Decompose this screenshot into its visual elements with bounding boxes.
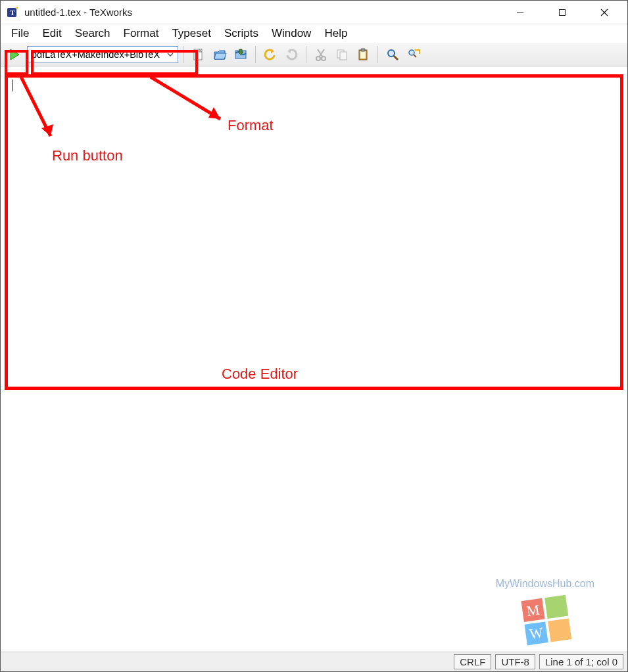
- svg-point-15: [316, 57, 320, 60]
- svg-rect-32: [544, 595, 568, 619]
- cut-button[interactable]: [312, 45, 330, 64]
- minimize-button[interactable]: [505, 2, 535, 23]
- separator: [306, 46, 306, 63]
- svg-text:T: T: [10, 9, 15, 16]
- menu-format[interactable]: Format: [117, 26, 166, 41]
- chevron-down-icon: [167, 49, 174, 60]
- watermark: MyWindowsHub.com M W: [496, 578, 594, 645]
- format-combobox[interactable]: pdfLaTeX+MakeIndex+BibTeX: [27, 46, 178, 63]
- status-encoding[interactable]: UTF-8: [495, 654, 535, 669]
- new-file-button[interactable]: [189, 45, 208, 64]
- format-selected-value: pdfLaTeX+MakeIndex+BibTeX: [32, 49, 160, 60]
- svg-text:M: M: [525, 602, 541, 619]
- svg-rect-21: [361, 49, 365, 51]
- svg-point-24: [409, 50, 414, 55]
- menu-search[interactable]: Search: [68, 26, 117, 41]
- watermark-text: MyWindowsHub.com: [496, 578, 594, 590]
- menu-scripts[interactable]: Scripts: [218, 26, 265, 41]
- svg-text:W: W: [528, 624, 544, 642]
- annotation-label-run: Run button: [52, 147, 123, 164]
- close-button[interactable]: [589, 2, 619, 23]
- svg-line-23: [394, 56, 398, 60]
- window-controls: [505, 2, 619, 23]
- redo-button[interactable]: [282, 45, 301, 64]
- save-button[interactable]: [231, 45, 250, 64]
- separator: [255, 46, 256, 63]
- svg-rect-34: [548, 618, 571, 642]
- copy-button[interactable]: [333, 45, 351, 64]
- menu-bar: File Edit Search Format Typeset Scripts …: [1, 24, 627, 43]
- status-bar: CRLF UTF-8 Line 1 of 1; col 0: [1, 652, 627, 671]
- window-title: untitled-1.tex - TeXworks: [24, 7, 505, 18]
- menu-typeset[interactable]: Typeset: [165, 26, 218, 41]
- svg-point-16: [322, 57, 326, 60]
- svg-marker-6: [11, 49, 19, 60]
- paste-button[interactable]: [354, 45, 372, 64]
- svg-rect-18: [340, 52, 347, 60]
- app-icon: T: [6, 6, 19, 19]
- svg-rect-3: [560, 9, 566, 15]
- watermark-logo: M W: [519, 592, 571, 645]
- annotation-label-editor: Code Editor: [222, 366, 298, 383]
- svg-rect-20: [360, 51, 366, 59]
- code-editor[interactable]: [5, 74, 623, 390]
- menu-edit[interactable]: Edit: [36, 26, 68, 41]
- status-line-ending[interactable]: CRLF: [454, 654, 491, 669]
- menu-window[interactable]: Window: [265, 26, 318, 41]
- maximize-button[interactable]: [547, 2, 577, 23]
- undo-button[interactable]: [261, 45, 279, 64]
- open-file-button[interactable]: [210, 45, 229, 64]
- separator: [183, 46, 184, 63]
- menu-file[interactable]: File: [5, 26, 36, 41]
- separator: [377, 46, 378, 63]
- title-bar: T untitled-1.tex - TeXworks: [1, 1, 627, 24]
- status-position: Line 1 of 1; col 0: [539, 654, 623, 669]
- svg-point-22: [388, 50, 395, 57]
- annotation-label-format: Format: [228, 117, 274, 134]
- replace-button[interactable]: [404, 45, 423, 64]
- text-cursor: [12, 80, 12, 91]
- menu-help[interactable]: Help: [318, 26, 354, 41]
- tool-bar: pdfLaTeX+MakeIndex+BibTeX: [1, 43, 627, 66]
- find-button[interactable]: [383, 45, 402, 64]
- run-button[interactable]: [5, 45, 24, 64]
- svg-marker-26: [414, 49, 416, 51]
- svg-line-25: [414, 55, 416, 57]
